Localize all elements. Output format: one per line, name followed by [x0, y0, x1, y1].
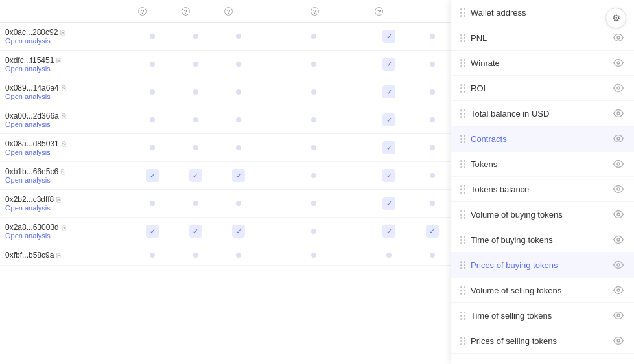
table-header-row: ? ? ? ? ? [0, 0, 454, 23]
tokens-cell [411, 134, 454, 162]
copy-icon[interactable]: ⎘ [56, 56, 61, 64]
visibility-toggle-icon[interactable] [612, 157, 625, 170]
dropdown-column-item[interactable]: Prices of buying tokens [451, 253, 634, 278]
dropdown-column-item[interactable]: Contracts [451, 126, 634, 152]
pnl-cell [131, 51, 174, 78]
copy-icon[interactable]: ⎘ [62, 112, 66, 120]
dropdown-column-item[interactable]: Winrate [451, 51, 634, 76]
winrate-help-icon[interactable]: ? [182, 7, 190, 16]
winrate-cell [174, 23, 217, 51]
copy-icon[interactable]: ⎘ [56, 196, 61, 203]
open-analysis-link[interactable]: Open analysis [5, 37, 126, 45]
pnl-cell [131, 245, 174, 266]
contracts-cell: ✓ [368, 190, 410, 218]
copy-icon[interactable]: ⎘ [62, 140, 66, 148]
open-analysis-link[interactable]: Open analysis [5, 120, 126, 128]
pnl-cell: ✓ [131, 218, 174, 245]
empty-dot [311, 117, 316, 122]
wallet-address-text: 0x08a...d85031 [5, 139, 59, 148]
dropdown-column-item[interactable]: PNL [451, 25, 634, 51]
visibility-toggle-icon[interactable] [612, 233, 625, 246]
winrate-cell [174, 51, 217, 78]
dropdown-column-item[interactable]: Time of selling tokens [451, 303, 634, 328]
visibility-toggle-icon[interactable] [612, 132, 625, 145]
total-balance-help-icon[interactable]: ? [311, 7, 319, 16]
column-label: Prices of buying tokens [471, 260, 607, 270]
visibility-toggle-icon[interactable] [612, 208, 625, 221]
wallet-address-text: 0x089...14a6a4 [5, 84, 59, 93]
contracts-help-icon[interactable]: ? [375, 7, 383, 16]
open-analysis-link[interactable]: Open analysis [5, 176, 126, 184]
open-analysis-link[interactable]: Open analysis [5, 232, 126, 240]
main-table: ? ? ? ? ? [0, 0, 454, 266]
dropdown-column-item[interactable]: ROI [451, 76, 634, 101]
visibility-toggle-icon[interactable] [612, 56, 625, 69]
dropdown-column-item[interactable]: Tokens balance [451, 177, 634, 202]
dropdown-column-item[interactable]: Volume of buying tokens [451, 202, 634, 227]
table-row: 0x08a...d85031 ⎘ Open analysis ✓ [0, 134, 454, 162]
roi-cell [217, 134, 260, 162]
wallet-address: 0xfbf...b58c9a ⎘ [5, 251, 126, 260]
pnl-help-icon[interactable]: ? [138, 7, 147, 16]
empty-dot [150, 253, 155, 258]
svg-point-11 [617, 289, 620, 291]
table-row: 0x2b2...c3dff8 ⎘ Open analysis ✓ [0, 190, 454, 218]
visibility-toggle-icon[interactable] [612, 82, 625, 95]
svg-point-3 [617, 87, 620, 89]
col-total-balance: ? [260, 0, 368, 23]
empty-dot [430, 34, 435, 39]
total-balance-cell [260, 51, 368, 78]
visibility-toggle-icon[interactable] [612, 334, 625, 347]
winrate-cell [174, 245, 217, 266]
copy-icon[interactable]: ⎘ [62, 84, 66, 92]
visibility-toggle-icon[interactable] [612, 258, 625, 271]
wallet-address: 0xb1b...66e5c6 ⎘ [5, 167, 126, 176]
check-icon: ✓ [189, 225, 202, 238]
drag-handle [460, 185, 465, 194]
visibility-toggle-icon[interactable] [612, 183, 625, 196]
visibility-toggle-icon[interactable] [612, 31, 625, 44]
total-balance-cell [260, 218, 368, 245]
copy-icon[interactable]: ⎘ [60, 28, 65, 36]
empty-dot [430, 173, 435, 178]
gear-button[interactable]: ⚙ [605, 8, 626, 28]
open-analysis-link[interactable]: Open analysis [5, 65, 126, 73]
dropdown-column-item[interactable]: Prices of selling tokens [451, 328, 634, 354]
col-pnl: ? [131, 0, 174, 23]
winrate-cell [174, 78, 217, 106]
dropdown-column-item[interactable]: Tokens [451, 152, 634, 177]
dropdown-column-item[interactable]: Volume of selling tokens [451, 278, 634, 303]
empty-dot [236, 201, 241, 206]
empty-dot [193, 117, 198, 122]
visibility-toggle-icon[interactable] [612, 309, 625, 322]
dropdown-column-item[interactable]: Total balance in USD [451, 101, 634, 126]
empty-dot [150, 145, 155, 150]
col-tokens [411, 0, 454, 23]
column-label: Volume of selling tokens [471, 286, 607, 295]
column-label: Wallet address [471, 8, 607, 17]
svg-point-6 [617, 163, 620, 165]
wallet-address-text: 0xa00...2d366a [5, 111, 59, 120]
open-analysis-link[interactable]: Open analysis [5, 93, 126, 100]
copy-icon[interactable]: ⎘ [56, 251, 61, 259]
column-label: Total balance in USD [471, 109, 607, 119]
copy-icon[interactable]: ⎘ [61, 168, 65, 176]
open-analysis-link[interactable]: Open analysis [5, 148, 126, 156]
column-label: PNL [471, 33, 607, 43]
wallet-cell: 0xb1b...66e5c6 ⎘ Open analysis [0, 162, 131, 190]
empty-dot [236, 89, 241, 95]
copy-icon[interactable]: ⎘ [62, 223, 66, 231]
empty-dot [311, 229, 316, 234]
contracts-cell: ✓ [368, 218, 410, 245]
roi-help-icon[interactable]: ? [224, 7, 233, 16]
dropdown-column-item[interactable]: Time of buying tokens [451, 227, 634, 253]
check-icon: ✓ [382, 225, 395, 238]
wallet-cell: 0x08a...d85031 ⎘ Open analysis [0, 134, 131, 162]
visibility-toggle-icon[interactable] [612, 284, 625, 297]
visibility-toggle-icon[interactable] [612, 107, 625, 120]
empty-dot [193, 89, 198, 95]
open-analysis-link[interactable]: Open analysis [5, 204, 126, 212]
roi-cell [217, 245, 260, 266]
check-icon: ✓ [146, 169, 159, 182]
contracts-cell: ✓ [368, 51, 410, 78]
